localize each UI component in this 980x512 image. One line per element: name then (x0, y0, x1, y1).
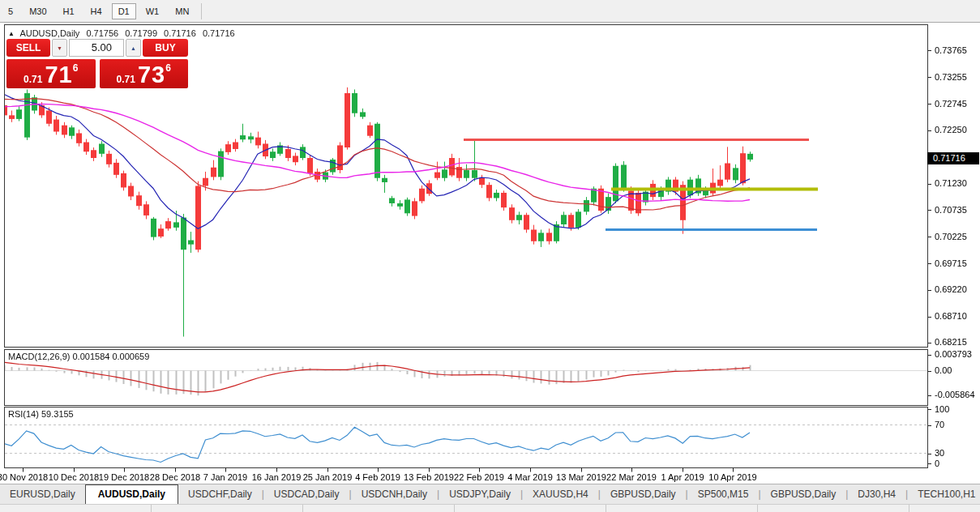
tab-xauusd-6[interactable]: XAUUSD,H4 (523, 484, 598, 504)
buy-price-big: 73 (138, 65, 165, 85)
price-axis-label: 0.68215 (935, 337, 967, 347)
price-axis-label: 0.73255 (935, 72, 967, 82)
date-axis-label: 1 Apr 2019 (661, 472, 704, 482)
timeframe-button-d1[interactable]: D1 (112, 3, 136, 19)
macd-label: MACD(12,26,9) (8, 352, 70, 361)
timeframe-button-m30[interactable]: M30 (23, 3, 53, 19)
tab-usdcnh-4[interactable]: USDCNH,Daily (352, 484, 437, 504)
timeframe-button-w1[interactable]: W1 (139, 3, 166, 19)
rsi-axis-label: 0 (935, 459, 939, 468)
collapse-triangle-icon[interactable]: ▲ (8, 30, 15, 37)
date-axis-label: 22 Mar 2019 (606, 472, 657, 482)
macd-axis-label: -0.005864 (935, 390, 975, 399)
tab-dj30-10[interactable]: DJ30,H4 (848, 484, 905, 504)
tab-tech100-11[interactable]: TECH100,H1 (908, 484, 980, 504)
date-axis-label: 28 Dec 2018 (150, 472, 200, 482)
buy-price-base: 0.71 (117, 75, 135, 85)
price-axis-label: 0.70735 (935, 205, 967, 215)
volume-increase-button[interactable]: ▲ (126, 39, 141, 57)
rsi-axis-label: 100 (935, 404, 949, 414)
macd-axis-label: 0.00 (935, 365, 952, 375)
rsi-label-row: RSI(14) 59.3155 (8, 409, 74, 419)
buy-button[interactable]: BUY (143, 39, 188, 57)
date-axis-label: 30 Nov 2018 (0, 472, 48, 482)
one-click-trade-widget: SELL ▼ 5.00 ▲ BUY 0.71 71 6 0.71 73 6 (6, 39, 188, 88)
tab-eurusd-0[interactable]: EURUSD,Daily (0, 484, 85, 504)
status-bar (0, 504, 980, 512)
timeframe-button-5[interactable]: 5 (2, 3, 19, 19)
ohlc-high: 0.71799 (125, 28, 157, 38)
price-axis-label: 0.70225 (935, 232, 967, 241)
timeframe-button-h1[interactable]: H1 (57, 3, 81, 19)
toolbar-separator (201, 3, 202, 19)
current-price-tag: 0.71716 (927, 152, 979, 164)
chart-title-row: ▲ AUDUSD,Daily 0.71756 0.71799 0.71716 0… (8, 28, 239, 38)
macd-axis-label: 0.003793 (935, 349, 972, 359)
buy-price-pip: 6 (165, 62, 171, 74)
status-segment (758, 505, 909, 512)
chart-title: AUDUSD,Daily (19, 28, 79, 38)
rsi-value: 59.3155 (41, 409, 74, 419)
date-axis-label: 10 Apr 2019 (708, 472, 756, 482)
volume-decrease-button[interactable]: ▼ (52, 39, 67, 57)
date-axis-label: 7 Jan 2019 (203, 472, 247, 482)
tab-usdcad-3[interactable]: USDCAD,Daily (264, 484, 349, 504)
status-segment (303, 505, 455, 512)
timeframe-button-mn[interactable]: MN (169, 3, 195, 19)
date-axis-label: 13 Feb 2019 (404, 472, 454, 482)
date-axis-label: 22 Feb 2019 (454, 472, 504, 482)
macd-label-row: MACD(12,26,9) 0.001584 0.000659 (8, 352, 149, 361)
sell-price-big: 71 (45, 65, 72, 85)
sell-button[interactable]: SELL (6, 39, 50, 57)
tab-sp500-8[interactable]: SP500,M15 (688, 484, 759, 504)
rsi-axis-label: 70 (935, 420, 944, 429)
tab-usdchf-2[interactable]: USDCHF,Daily (178, 484, 262, 504)
timeframe-toolbar: 5M30H1H4D1W1MN (0, 0, 980, 23)
date-axis-label: 16 Jan 2019 (252, 472, 302, 482)
trading-terminal-window: 5M30H1H4D1W1MN ▲ AUDUSD,Daily 0.71756 0.… (0, 0, 980, 512)
ohlc-open: 0.71756 (86, 28, 118, 38)
date-axis-label: 19 Dec 2018 (99, 472, 149, 482)
price-axis-label: 0.72250 (935, 125, 967, 134)
price-axis-label: 0.69220 (935, 284, 967, 294)
rsi-label: RSI(14) (8, 409, 39, 419)
symbol-tab-bar: EURUSD,DailyAUDUSD,DailyUSDCHF,Daily|USD… (0, 484, 980, 504)
tab-gbpusd-7[interactable]: GBPUSD,Daily (601, 484, 686, 504)
date-axis-label: 25 Jan 2019 (303, 472, 353, 482)
timeframe-button-h4[interactable]: H4 (84, 3, 109, 19)
chevron-down-icon: ▼ (57, 45, 62, 51)
sell-price-base: 0.71 (24, 75, 42, 85)
tab-audusd-1[interactable]: AUDUSD,Daily (85, 484, 178, 504)
ohlc-close: 0.71716 (203, 28, 235, 38)
status-segment (152, 505, 303, 512)
tab-usdjpy-5[interactable]: USDJPY,Daily (439, 484, 520, 504)
price-axis-label: 0.72745 (935, 99, 967, 109)
sell-price-box[interactable]: 0.71 71 6 (6, 59, 96, 88)
date-axis-label: 4 Mar 2019 (507, 472, 553, 482)
date-axis-label: 4 Feb 2019 (355, 472, 400, 482)
rsi-axis-label: 30 (935, 448, 944, 458)
date-axis-label: 10 Dec 2018 (49, 472, 99, 482)
ohlc-low: 0.71716 (164, 28, 196, 38)
status-segment (606, 505, 758, 512)
status-segment (455, 505, 606, 512)
status-segment (0, 505, 152, 512)
price-axis-label: 0.69715 (935, 258, 967, 268)
price-axis-label: 0.68710 (935, 311, 967, 321)
buy-price-box[interactable]: 0.71 73 6 (100, 59, 189, 88)
price-axis-label: 0.73765 (935, 45, 967, 55)
volume-input[interactable]: 5.00 (69, 39, 124, 57)
sell-price-pip: 6 (73, 62, 79, 74)
macd-value: 0.001584 (72, 352, 109, 361)
tab-gbpusd-9[interactable]: GBPUSD,Daily (761, 484, 846, 504)
price-axis-label: 0.71230 (935, 178, 967, 188)
chevron-up-icon: ▲ (131, 45, 136, 51)
date-axis-label: 13 Mar 2019 (556, 472, 606, 482)
macd-signal-value: 0.000659 (112, 352, 149, 361)
